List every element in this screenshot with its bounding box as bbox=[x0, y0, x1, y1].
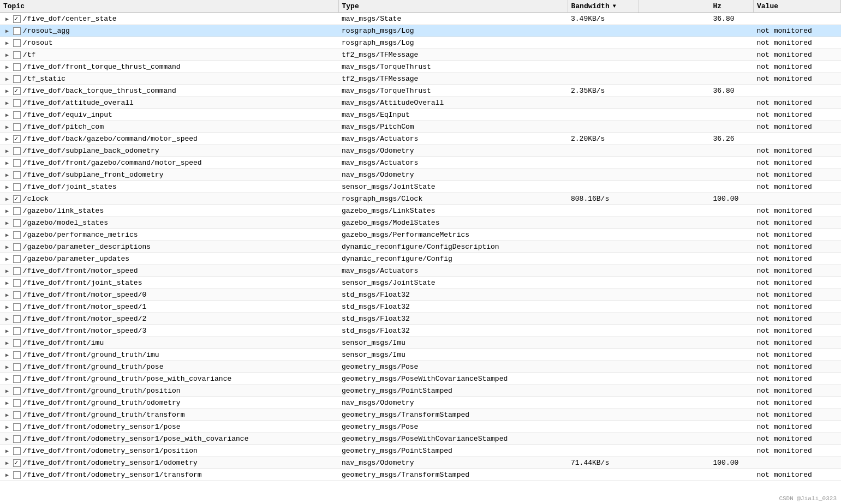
row-checkbox[interactable] bbox=[13, 291, 21, 299]
table-row[interactable]: ▶/five_dof/front/imusensor_msgs/Imunot m… bbox=[0, 337, 841, 349]
table-row[interactable]: ▶/five_dof/center_statemav_msgs/State3.4… bbox=[0, 13, 841, 25]
expand-arrow-icon[interactable]: ▶ bbox=[3, 340, 11, 346]
table-row[interactable]: ▶/five_dof/front/gazebo/command/motor_sp… bbox=[0, 157, 841, 169]
expand-arrow-icon[interactable]: ▶ bbox=[3, 256, 11, 262]
table-row[interactable]: ▶/five_dof/front/odometry_sensor1/odomet… bbox=[0, 457, 841, 469]
table-row[interactable]: ▶/five_dof/front_torque_thrust_commandma… bbox=[0, 61, 841, 73]
expand-arrow-icon[interactable]: ▶ bbox=[3, 352, 11, 358]
row-checkbox[interactable] bbox=[13, 87, 21, 95]
expand-arrow-icon[interactable]: ▶ bbox=[3, 208, 11, 214]
table-row[interactable]: ▶/five_dof/front/ground_truth/transformg… bbox=[0, 409, 841, 421]
expand-arrow-icon[interactable]: ▶ bbox=[3, 316, 11, 322]
table-row[interactable]: ▶/five_dof/pitch_commav_msgs/PitchComnot… bbox=[0, 121, 841, 133]
expand-arrow-icon[interactable]: ▶ bbox=[3, 412, 11, 418]
table-row[interactable]: ▶/rosout_aggrosgraph_msgs/Lognot monitor… bbox=[0, 25, 841, 37]
row-checkbox[interactable] bbox=[13, 471, 21, 479]
table-row[interactable]: ▶/five_dof/front/odometry_sensor1/pose_w… bbox=[0, 433, 841, 445]
table-row[interactable]: ▶/five_dof/front/motor_speed/2std_msgs/F… bbox=[0, 313, 841, 325]
row-checkbox[interactable] bbox=[13, 303, 21, 311]
table-row[interactable]: ▶/five_dof/front/ground_truth/odometryna… bbox=[0, 397, 841, 409]
table-row[interactable]: ▶/five_dof/joint_statessensor_msgs/Joint… bbox=[0, 181, 841, 193]
row-checkbox[interactable] bbox=[13, 315, 21, 323]
table-row[interactable]: ▶/five_dof/front/ground_truth/imusensor_… bbox=[0, 349, 841, 361]
hz-column-header[interactable]: Hz bbox=[710, 0, 754, 13]
expand-arrow-icon[interactable]: ▶ bbox=[3, 76, 11, 82]
row-checkbox[interactable] bbox=[13, 219, 21, 227]
table-row[interactable]: ▶/gazebo/model_statesgazebo_msgs/ModelSt… bbox=[0, 217, 841, 229]
table-row[interactable]: ▶/gazebo/parameter_descriptionsdynamic_r… bbox=[0, 241, 841, 253]
table-row[interactable]: ▶/five_dof/front/motor_speedmav_msgs/Act… bbox=[0, 265, 841, 277]
row-checkbox[interactable] bbox=[13, 207, 21, 215]
expand-arrow-icon[interactable]: ▶ bbox=[3, 268, 11, 274]
expand-arrow-icon[interactable]: ▶ bbox=[3, 244, 11, 250]
row-checkbox[interactable] bbox=[13, 243, 21, 251]
table-row[interactable]: ▶/five_dof/attitude_overallmav_msgs/Atti… bbox=[0, 97, 841, 109]
row-checkbox[interactable] bbox=[13, 399, 21, 407]
row-checkbox[interactable] bbox=[13, 279, 21, 287]
table-row[interactable]: ▶/five_dof/front/odometry_sensor1/transf… bbox=[0, 469, 841, 481]
row-checkbox[interactable] bbox=[13, 387, 21, 395]
row-checkbox[interactable] bbox=[13, 363, 21, 371]
row-checkbox[interactable] bbox=[13, 423, 21, 431]
topic-column-header[interactable]: Topic bbox=[0, 0, 338, 13]
expand-arrow-icon[interactable]: ▶ bbox=[3, 388, 11, 394]
row-checkbox[interactable] bbox=[13, 27, 21, 35]
expand-arrow-icon[interactable]: ▶ bbox=[3, 124, 11, 130]
table-row[interactable]: ▶/five_dof/front/motor_speed/3std_msgs/F… bbox=[0, 325, 841, 337]
row-checkbox[interactable] bbox=[13, 171, 21, 179]
expand-arrow-icon[interactable]: ▶ bbox=[3, 172, 11, 178]
row-checkbox[interactable] bbox=[13, 375, 21, 383]
expand-arrow-icon[interactable]: ▶ bbox=[3, 196, 11, 202]
row-checkbox[interactable] bbox=[13, 411, 21, 419]
expand-arrow-icon[interactable]: ▶ bbox=[3, 136, 11, 142]
row-checkbox[interactable] bbox=[13, 63, 21, 71]
table-row[interactable]: ▶/five_dof/back_torque_thrust_commandmav… bbox=[0, 85, 841, 97]
row-checkbox[interactable] bbox=[13, 111, 21, 119]
row-checkbox[interactable] bbox=[13, 195, 21, 203]
expand-arrow-icon[interactable]: ▶ bbox=[3, 16, 11, 22]
row-checkbox[interactable] bbox=[13, 147, 21, 155]
expand-arrow-icon[interactable]: ▶ bbox=[3, 448, 11, 454]
expand-arrow-icon[interactable]: ▶ bbox=[3, 184, 11, 190]
table-row[interactable]: ▶/tftf2_msgs/TFMessagenot monitored bbox=[0, 49, 841, 61]
table-row[interactable]: ▶/tf_statictf2_msgs/TFMessagenot monitor… bbox=[0, 73, 841, 85]
row-checkbox[interactable] bbox=[13, 231, 21, 239]
expand-arrow-icon[interactable]: ▶ bbox=[3, 112, 11, 118]
expand-arrow-icon[interactable]: ▶ bbox=[3, 400, 11, 406]
expand-arrow-icon[interactable]: ▶ bbox=[3, 328, 11, 334]
table-row[interactable]: ▶/five_dof/subplane_back_odometrynav_msg… bbox=[0, 145, 841, 157]
row-checkbox[interactable] bbox=[13, 267, 21, 275]
expand-arrow-icon[interactable]: ▶ bbox=[3, 376, 11, 382]
row-checkbox[interactable] bbox=[13, 159, 21, 167]
expand-arrow-icon[interactable]: ▶ bbox=[3, 160, 11, 166]
expand-arrow-icon[interactable]: ▶ bbox=[3, 52, 11, 58]
table-row[interactable]: ▶/five_dof/equiv_inputmav_msgs/EqInputno… bbox=[0, 109, 841, 121]
row-checkbox[interactable] bbox=[13, 51, 21, 59]
expand-arrow-icon[interactable]: ▶ bbox=[3, 364, 11, 370]
table-row[interactable]: ▶/five_dof/front/odometry_sensor1/posege… bbox=[0, 421, 841, 433]
type-column-header[interactable]: Type bbox=[338, 0, 568, 13]
table-row[interactable]: ▶/five_dof/front/ground_truth/pose_with_… bbox=[0, 373, 841, 385]
expand-arrow-icon[interactable]: ▶ bbox=[3, 220, 11, 226]
table-row[interactable]: ▶/five_dof/back/gazebo/command/motor_spe… bbox=[0, 133, 841, 145]
row-checkbox[interactable] bbox=[13, 339, 21, 347]
expand-arrow-icon[interactable]: ▶ bbox=[3, 280, 11, 286]
table-row[interactable]: ▶/five_dof/front/motor_speed/1std_msgs/F… bbox=[0, 301, 841, 313]
row-checkbox[interactable] bbox=[13, 15, 21, 23]
expand-arrow-icon[interactable]: ▶ bbox=[3, 436, 11, 442]
row-checkbox[interactable] bbox=[13, 327, 21, 335]
row-checkbox[interactable] bbox=[13, 447, 21, 455]
expand-arrow-icon[interactable]: ▶ bbox=[3, 424, 11, 430]
expand-arrow-icon[interactable]: ▶ bbox=[3, 304, 11, 310]
table-row[interactable]: ▶/five_dof/front/odometry_sensor1/positi… bbox=[0, 445, 841, 457]
expand-arrow-icon[interactable]: ▶ bbox=[3, 28, 11, 34]
row-checkbox[interactable] bbox=[13, 459, 21, 467]
expand-arrow-icon[interactable]: ▶ bbox=[3, 88, 11, 94]
row-checkbox[interactable] bbox=[13, 255, 21, 263]
table-row[interactable]: ▶/five_dof/front/motor_speed/0std_msgs/F… bbox=[0, 289, 841, 301]
expand-arrow-icon[interactable]: ▶ bbox=[3, 472, 11, 478]
expand-arrow-icon[interactable]: ▶ bbox=[3, 64, 11, 70]
expand-arrow-icon[interactable]: ▶ bbox=[3, 232, 11, 238]
expand-arrow-icon[interactable]: ▶ bbox=[3, 292, 11, 298]
table-row[interactable]: ▶/rosoutrosgraph_msgs/Lognot monitored bbox=[0, 37, 841, 49]
